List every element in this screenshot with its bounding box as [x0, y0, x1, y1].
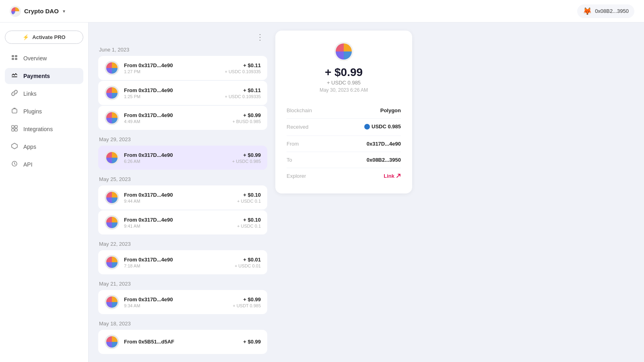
svg-rect-5: [14, 108, 15, 109]
plugins-icon: [10, 107, 19, 115]
tx-info: From 0x317D...4e901:27 PM: [124, 62, 220, 74]
usdc-icon: [364, 124, 370, 130]
tx-amount: + $0.99: [243, 339, 261, 345]
payments-icon: [10, 72, 19, 80]
tx-amount-sub: + BUSD 0.985: [232, 119, 261, 124]
transaction-item[interactable]: From 0x317D...4e904:49 AM+ $0.99+ BUSD 0…: [98, 106, 267, 130]
transaction-groups: June 1, 2023 From 0x317D...4e901:27 PM+ …: [98, 47, 267, 354]
app-logo-icon: [10, 6, 21, 17]
tx-from-address: From 0x317D...4e90: [124, 112, 227, 118]
tx-amount-sub: + USDC 0.985: [232, 159, 261, 164]
detail-row-key: Received: [287, 124, 308, 130]
app-brand[interactable]: Crypto DAO ▾: [10, 6, 65, 17]
date-label: June 1, 2023: [98, 47, 267, 53]
transaction-item[interactable]: From 0x317D...4e901:25 PM+ $0.11+ USDC 0…: [98, 81, 267, 105]
detail-row: BlockchainPolygon: [287, 103, 401, 119]
svg-rect-9: [15, 129, 17, 131]
tx-avatar: [105, 295, 119, 309]
tx-amount: + $0.01: [235, 257, 261, 263]
svg-marker-10: [12, 143, 17, 149]
tx-amount: + $0.10: [237, 192, 261, 198]
svg-rect-1: [12, 55, 14, 57]
transaction-item[interactable]: From 0x317D...4e901:27 PM+ $0.11+ USDC 0…: [98, 56, 267, 80]
wallet-button[interactable]: 🦊 0x08B2...3950: [577, 4, 634, 18]
activate-pro-button[interactable]: ⚡ Activate PRO: [5, 31, 83, 44]
tx-amount-sub: + USDC 0.1: [237, 199, 261, 204]
detail-row-key: From: [287, 141, 299, 147]
date-label: May 21, 2023: [98, 281, 267, 287]
tx-amount-sub: + USDC 0.1: [237, 224, 261, 228]
tx-time: 9:44 AM: [124, 199, 232, 204]
tx-time: 1:25 PM: [124, 94, 220, 99]
tx-time: 7:18 AM: [124, 263, 230, 268]
links-icon: [10, 90, 19, 98]
tx-from-address: From 0x317D...4e90: [124, 217, 232, 223]
wallet-address-label: 0x08B2...3950: [595, 8, 629, 14]
tx-avatar: [105, 190, 119, 205]
api-icon: [10, 160, 19, 169]
tx-info: From 0x317D...4e906:26 AM: [124, 152, 227, 164]
detail-row-key: To: [287, 157, 292, 163]
tx-amount-col: + $0.99: [243, 339, 261, 346]
sidebar-item-plugins[interactable]: Plugins: [5, 103, 83, 119]
tx-time: 9:41 AM: [124, 224, 232, 228]
plugins-label: Plugins: [23, 108, 42, 115]
tx-amount-col: + $0.10+ USDC 0.1: [237, 192, 261, 204]
activate-pro-label: Activate PRO: [32, 34, 65, 40]
detail-row-key: Explorer: [287, 173, 306, 179]
date-label: May 29, 2023: [98, 136, 267, 142]
transaction-item[interactable]: From 0x317D...4e909:41 AM+ $0.10+ USDC 0…: [98, 210, 267, 234]
date-label: May 22, 2023: [98, 241, 267, 247]
sidebar-item-integrations[interactable]: Integrations: [5, 121, 83, 137]
tx-time: 1:27 PM: [124, 69, 220, 74]
transaction-date-group: May 21, 2023 From 0x317D...4e909:34 AM+ …: [98, 281, 267, 314]
detail-row-value: Polygon: [380, 107, 401, 113]
sidebar-item-apps[interactable]: Apps: [5, 139, 83, 155]
tx-from-address: From 0x5B51...d5AF: [124, 339, 238, 345]
tx-avatar: [105, 215, 119, 230]
detail-row: Received USDC 0.985: [287, 119, 401, 136]
tx-from-address: From 0x317D...4e90: [124, 296, 228, 302]
tx-time: 9:34 AM: [124, 303, 228, 308]
tx-from-address: From 0x317D...4e90: [124, 87, 220, 93]
transaction-item[interactable]: From 0x317D...4e909:34 AM+ $0.99+ USDT 0…: [98, 290, 267, 314]
wallet-icon: 🦊: [583, 7, 592, 16]
sidebar-item-links[interactable]: Links: [5, 86, 83, 102]
sidebar-item-overview[interactable]: Overview: [5, 50, 83, 66]
apps-icon: [10, 143, 19, 151]
transaction-item[interactable]: From 0x317D...4e906:26 AM+ $0.99+ USDC 0…: [98, 146, 267, 170]
tx-from-address: From 0x317D...4e90: [124, 257, 230, 263]
api-label: API: [23, 161, 33, 168]
app-dropdown-chevron[interactable]: ▾: [63, 8, 65, 14]
sidebar-item-api[interactable]: API: [5, 156, 83, 173]
detail-amount-sub: + USDC 0.985: [327, 80, 361, 86]
detail-rows: BlockchainPolygonReceived USDC 0.985From…: [287, 103, 401, 184]
tx-amount-sub: + USDT 0.985: [233, 303, 261, 308]
tx-amount-col: + $0.10+ USDC 0.1: [237, 217, 261, 228]
tx-avatar: [105, 335, 119, 349]
app-name-label: Crypto DAO: [24, 8, 59, 14]
tx-info: From 0x317D...4e909:41 AM: [124, 217, 232, 228]
tx-from-address: From 0x317D...4e90: [124, 62, 220, 68]
transaction-item[interactable]: From 0x5B51...d5AF+ $0.99: [98, 330, 267, 354]
tx-amount: + $0.99: [233, 296, 261, 302]
tx-time: 4:49 AM: [124, 119, 227, 124]
transaction-date-group: May 25, 2023 From 0x317D...4e909:44 AM+ …: [98, 176, 267, 234]
detail-coin-icon: [334, 42, 353, 61]
transaction-item[interactable]: From 0x317D...4e909:44 AM+ $0.10+ USDC 0…: [98, 185, 267, 210]
more-options-button[interactable]: ⋮: [253, 31, 267, 43]
detail-row-value: 0x317D...4e90: [367, 141, 401, 147]
svg-rect-3: [12, 58, 14, 60]
tx-info: From 0x317D...4e909:44 AM: [124, 192, 232, 204]
tx-amount-col: + $0.99+ USDT 0.985: [233, 296, 261, 308]
tx-amount-sub: + USDC 0.109335: [225, 69, 261, 74]
detail-amount-main: + $0.99: [325, 66, 363, 79]
detail-row-value[interactable]: Link: [384, 173, 401, 179]
sidebar-item-payments[interactable]: Payments: [5, 68, 83, 84]
tx-amount: + $0.10: [237, 217, 261, 223]
tx-amount: + $0.99: [232, 152, 261, 158]
tx-avatar: [105, 61, 119, 75]
sidebar: ⚡ Activate PRO Overview: [0, 23, 89, 362]
date-label: May 25, 2023: [98, 176, 267, 182]
transaction-item[interactable]: From 0x317D...4e907:18 AM+ $0.01+ USDC 0…: [98, 250, 267, 274]
